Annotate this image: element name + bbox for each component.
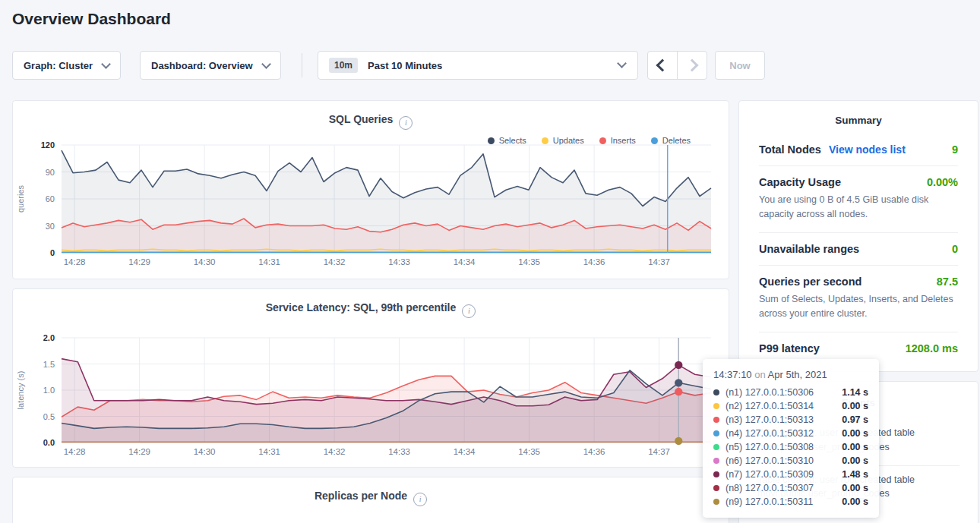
svg-text:30: 30 <box>46 222 55 231</box>
svg-text:14:31: 14:31 <box>258 257 280 266</box>
time-forward-button[interactable] <box>677 52 707 79</box>
capacity-usage-value: 0.00% <box>927 176 958 188</box>
dashboard-dropdown[interactable]: Dashboard: Overview <box>140 51 281 80</box>
qps-value: 87.5 <box>937 276 958 288</box>
capacity-usage-label: Capacity Usage <box>759 176 841 188</box>
time-back-button[interactable] <box>648 52 677 79</box>
service-latency-chart[interactable]: 14:2814:2914:3014:3114:3214:3314:3414:35… <box>13 332 730 459</box>
capacity-usage-desc: You are using 0 B of 4.5 GiB usable disk… <box>759 193 958 222</box>
svg-text:60: 60 <box>46 194 55 203</box>
svg-text:1.0: 1.0 <box>43 386 55 395</box>
summary-total-nodes: Total Nodes View nodes list 9 <box>759 134 958 165</box>
svg-text:0.0: 0.0 <box>43 438 55 447</box>
graph-dropdown[interactable]: Graph: Cluster <box>12 51 121 80</box>
service-latency-panel: Service Latency: SQL, 99th percentilei 1… <box>12 288 729 468</box>
svg-text:14:32: 14:32 <box>324 257 346 266</box>
controls-divider <box>302 53 302 77</box>
svg-text:0.5: 0.5 <box>43 412 55 421</box>
p99-latency-label: P99 latency <box>759 342 820 354</box>
chart-hover-tooltip: 14:37:10 on Apr 5th, 2021 (n1) 127.0.0.1… <box>703 359 879 518</box>
qps-label: Queries per second <box>759 276 861 288</box>
node-color-dot-icon <box>713 389 719 395</box>
summary-unavailable-ranges: Unavailable ranges 0 <box>759 232 958 265</box>
info-icon[interactable]: i <box>413 493 427 506</box>
tooltip-node-row: (n5) 127.0.0.1:503080.00 s <box>713 440 868 454</box>
unavailable-ranges-value: 0 <box>952 243 958 255</box>
summary-capacity-usage: Capacity Usage 0.00% You are using 0 B o… <box>759 165 958 232</box>
overview-dashboard-page: Overview Dashboard Graph: Cluster Dashbo… <box>0 0 980 523</box>
p99-latency-value: 1208.0 ms <box>906 342 958 354</box>
info-icon[interactable]: i <box>399 116 413 130</box>
svg-text:14:28: 14:28 <box>64 447 86 456</box>
svg-text:14:31: 14:31 <box>258 447 280 456</box>
tooltip-node-row: (n3) 127.0.0.1:503130.97 s <box>713 413 868 427</box>
sql-queries-chart[interactable]: 14:2814:2914:3014:3114:3214:3314:3414:35… <box>13 139 730 269</box>
svg-text:14:36: 14:36 <box>583 257 605 266</box>
dashboard-dropdown-label: Dashboard: Overview <box>151 60 253 71</box>
svg-text:14:29: 14:29 <box>128 447 150 456</box>
svg-text:14:32: 14:32 <box>324 447 346 456</box>
qps-desc: Sum of Selects, Updates, Inserts, and De… <box>759 292 958 322</box>
tooltip-node-row: (n8) 127.0.0.1:503070.00 s <box>713 481 868 495</box>
node-color-dot-icon <box>713 499 719 505</box>
replicas-per-node-title: Replicas per Nodei <box>13 490 729 506</box>
total-nodes-value: 9 <box>952 143 958 156</box>
svg-text:queries: queries <box>16 184 25 213</box>
svg-text:14:30: 14:30 <box>194 257 216 266</box>
time-range-dropdown[interactable]: 10m Past 10 Minutes <box>318 51 638 80</box>
svg-text:14:34: 14:34 <box>454 257 476 266</box>
svg-text:1.5: 1.5 <box>43 360 55 369</box>
tooltip-node-row: (n4) 127.0.0.1:503120.00 s <box>713 427 868 440</box>
tooltip-node-row: (n6) 127.0.0.1:503100.00 s <box>713 454 868 468</box>
service-latency-title: Service Latency: SQL, 99th percentilei <box>13 301 729 318</box>
sql-queries-title: SQL Queriesi <box>13 113 729 130</box>
svg-text:14:30: 14:30 <box>194 447 216 456</box>
summary-qps: Queries per second 87.5 Sum of Selects, … <box>759 265 958 332</box>
view-nodes-list-link[interactable]: View nodes list <box>829 143 906 156</box>
node-color-dot-icon <box>713 471 719 477</box>
chevron-right-icon <box>686 59 699 72</box>
tooltip-node-row: (n9) 127.0.0.1:503110.00 s <box>713 495 868 509</box>
tooltip-timestamp: 14:37:10 on Apr 5th, 2021 <box>713 369 868 380</box>
time-range-label: Past 10 Minutes <box>368 60 442 71</box>
svg-text:90: 90 <box>46 168 55 177</box>
svg-text:14:36: 14:36 <box>583 447 605 456</box>
svg-text:14:34: 14:34 <box>454 447 476 456</box>
unavailable-ranges-label: Unavailable ranges <box>759 243 859 255</box>
node-color-dot-icon <box>713 458 719 464</box>
summary-title: Summary <box>759 115 958 126</box>
graph-dropdown-label: Graph: Cluster <box>24 60 93 71</box>
node-color-dot-icon <box>713 417 719 423</box>
summary-card: Summary Total Nodes View nodes list 9 Ca… <box>738 100 978 372</box>
chevron-down-icon <box>261 59 271 69</box>
total-nodes-label: Total Nodes <box>759 143 821 156</box>
svg-text:14:28: 14:28 <box>64 257 86 266</box>
svg-text:14:37: 14:37 <box>648 447 670 456</box>
svg-text:14:35: 14:35 <box>518 257 540 266</box>
svg-text:latency (s): latency (s) <box>16 371 25 410</box>
chevron-down-icon <box>101 59 111 69</box>
svg-text:14:29: 14:29 <box>128 257 150 266</box>
svg-text:0: 0 <box>50 248 55 257</box>
tooltip-node-row: (n1) 127.0.0.1:503061.14 s <box>713 386 868 399</box>
time-step-buttons <box>647 51 707 80</box>
tooltip-node-row: (n7) 127.0.0.1:503091.48 s <box>713 468 868 481</box>
page-title: Overview Dashboard <box>12 10 171 28</box>
svg-text:14:35: 14:35 <box>518 447 540 456</box>
sql-queries-panel: SQL Queriesi Selects Updates Inserts Del… <box>12 100 729 279</box>
svg-text:2.0: 2.0 <box>43 333 55 342</box>
node-color-dot-icon <box>713 444 719 450</box>
svg-text:14:37: 14:37 <box>648 257 670 266</box>
svg-text:14:33: 14:33 <box>388 257 410 266</box>
time-range-badge: 10m <box>329 58 358 73</box>
replicas-per-node-panel: Replicas per Nodei <box>12 477 729 523</box>
chevron-left-icon <box>656 59 669 72</box>
svg-text:14:33: 14:33 <box>388 447 410 456</box>
svg-text:120: 120 <box>41 140 55 150</box>
tooltip-node-row: (n2) 127.0.0.1:503140.00 s <box>713 399 868 413</box>
node-color-dot-icon <box>713 485 719 491</box>
now-button[interactable]: Now <box>715 51 765 80</box>
chevron-down-icon <box>617 58 627 68</box>
info-icon[interactable]: i <box>462 304 476 318</box>
node-color-dot-icon <box>713 430 719 436</box>
